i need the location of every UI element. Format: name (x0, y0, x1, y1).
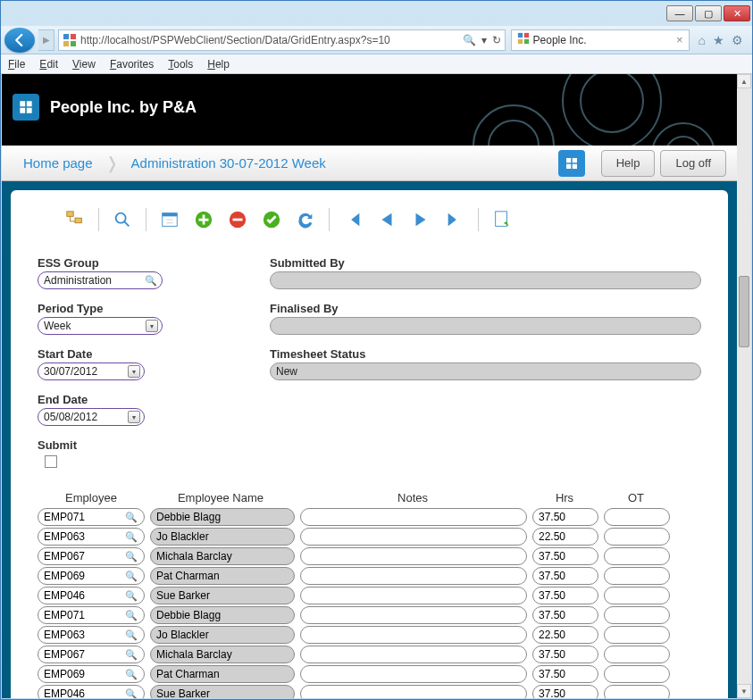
ot-cell[interactable] (604, 606, 670, 624)
breadcrumb-logo-icon[interactable] (558, 150, 585, 177)
notes-cell[interactable] (300, 626, 527, 644)
stop-icon[interactable]: ▾ (481, 34, 487, 46)
hrs-cell[interactable]: 37.50 (532, 567, 598, 585)
lookup-icon[interactable]: 🔍 (124, 667, 138, 681)
employee-cell[interactable]: EMP071🔍 (38, 606, 145, 624)
help-button[interactable]: Help (601, 150, 656, 177)
lookup-icon[interactable]: 🔍 (124, 687, 138, 698)
hrs-cell[interactable]: 37.50 (532, 587, 598, 604)
lookup-icon[interactable]: 🔍 (124, 529, 138, 544)
employee-cell[interactable]: EMP046🔍 (38, 685, 145, 698)
employee-cell[interactable]: EMP071🔍 (38, 508, 145, 526)
ot-cell[interactable] (604, 567, 670, 585)
forward-button[interactable]: ▶ (38, 29, 54, 51)
ot-cell[interactable] (604, 587, 670, 604)
close-button[interactable]: ✕ (724, 5, 750, 21)
notes-cell[interactable] (300, 508, 527, 526)
breadcrumb-home[interactable]: Home page (13, 155, 104, 171)
last-icon[interactable] (444, 209, 465, 230)
menu-help[interactable]: Help (207, 58, 230, 71)
refresh-icon[interactable] (295, 209, 316, 230)
maximize-button[interactable]: ▢ (695, 5, 722, 21)
employee-cell[interactable]: EMP063🔍 (38, 528, 145, 546)
period-type-select[interactable]: Week ▾ (38, 317, 163, 335)
home-icon[interactable]: ⌂ (699, 33, 706, 47)
lookup-icon[interactable]: 🔍 (124, 549, 138, 563)
notes-cell[interactable] (300, 665, 527, 683)
ot-cell[interactable] (604, 528, 670, 546)
hrs-cell[interactable]: 37.50 (532, 646, 598, 663)
lookup-icon[interactable]: 🔍 (124, 569, 138, 583)
menu-edit[interactable]: Edit (39, 58, 58, 71)
notes-cell[interactable] (300, 528, 527, 546)
url-input[interactable] (80, 34, 463, 46)
ot-cell[interactable] (604, 626, 670, 644)
notes-cell[interactable] (300, 685, 527, 698)
scroll-track[interactable] (737, 88, 751, 684)
notes-cell[interactable] (300, 646, 527, 663)
calendar-icon[interactable] (159, 209, 180, 230)
lookup-icon[interactable]: 🔍 (124, 588, 138, 603)
logoff-button[interactable]: Log off (660, 150, 726, 177)
menu-tools[interactable]: Tools (168, 58, 193, 71)
scroll-thumb[interactable] (739, 276, 749, 347)
export-icon[interactable] (491, 209, 513, 230)
refresh-icon[interactable]: ↻ (492, 34, 501, 46)
chevron-down-icon[interactable]: ▾ (128, 411, 140, 423)
notes-cell[interactable] (300, 606, 527, 624)
employee-cell[interactable]: EMP063🔍 (38, 626, 145, 644)
search-icon[interactable] (112, 209, 133, 230)
first-icon[interactable] (342, 209, 364, 230)
hrs-cell[interactable]: 37.50 (532, 508, 598, 526)
approve-icon[interactable] (261, 209, 282, 230)
lookup-icon[interactable]: 🔍 (124, 608, 138, 622)
lookup-icon[interactable]: 🔍 (124, 647, 138, 662)
ot-cell[interactable] (604, 646, 670, 663)
ot-cell[interactable] (604, 547, 670, 565)
hrs-cell[interactable]: 37.50 (532, 547, 598, 565)
submit-checkbox[interactable] (45, 455, 57, 468)
ot-cell[interactable] (604, 685, 670, 698)
notes-cell[interactable] (300, 547, 527, 565)
add-icon[interactable] (193, 209, 214, 230)
lookup-icon[interactable]: 🔍 (144, 273, 158, 288)
minimize-button[interactable]: — (666, 5, 693, 21)
ot-cell[interactable] (604, 665, 670, 683)
hrs-cell[interactable]: 37.50 (532, 665, 598, 683)
tree-icon[interactable] (64, 209, 86, 230)
breadcrumb-current[interactable]: Administration 30-07-2012 Week (121, 155, 337, 171)
delete-icon[interactable] (227, 209, 248, 230)
ess-group-input[interactable]: Administration 🔍 (38, 271, 163, 289)
search-icon[interactable]: 🔍 (463, 34, 476, 46)
notes-cell[interactable] (300, 587, 527, 604)
hrs-cell[interactable]: 37.50 (532, 606, 598, 624)
scroll-down-icon[interactable]: ▼ (737, 684, 751, 698)
employee-cell[interactable]: EMP069🔍 (38, 665, 145, 683)
lookup-icon[interactable]: 🔍 (124, 628, 138, 642)
close-tab-icon[interactable]: × (676, 33, 683, 46)
browser-tab[interactable]: People Inc. × (511, 29, 690, 51)
ot-cell[interactable] (604, 508, 670, 526)
back-button[interactable] (4, 28, 35, 53)
hrs-cell[interactable]: 22.50 (532, 528, 598, 546)
scroll-up-icon[interactable]: ▲ (737, 74, 751, 88)
employee-cell[interactable]: EMP069🔍 (38, 567, 145, 585)
tools-icon[interactable]: ⚙ (732, 33, 743, 47)
start-date-input[interactable]: 30/07/2012 ▾ (38, 362, 145, 380)
vertical-scrollbar[interactable]: ▲ ▼ (737, 74, 751, 698)
menu-view[interactable]: View (72, 58, 96, 71)
menu-favorites[interactable]: Favorites (110, 58, 154, 71)
prev-icon[interactable] (376, 209, 397, 230)
chevron-down-icon[interactable]: ▾ (146, 320, 158, 332)
end-date-input[interactable]: 05/08/2012 ▾ (38, 408, 145, 426)
employee-cell[interactable]: EMP067🔍 (38, 547, 145, 565)
url-bar[interactable]: 🔍 ▾ ↻ (58, 29, 506, 51)
hrs-cell[interactable]: 22.50 (532, 626, 598, 644)
next-icon[interactable] (410, 209, 431, 230)
hrs-cell[interactable]: 37.50 (532, 685, 598, 698)
menu-file[interactable]: File (8, 58, 25, 71)
favorites-icon[interactable]: ★ (713, 33, 724, 47)
lookup-icon[interactable]: 🔍 (124, 510, 138, 524)
employee-cell[interactable]: EMP067🔍 (38, 646, 145, 663)
employee-cell[interactable]: EMP046🔍 (38, 587, 145, 604)
